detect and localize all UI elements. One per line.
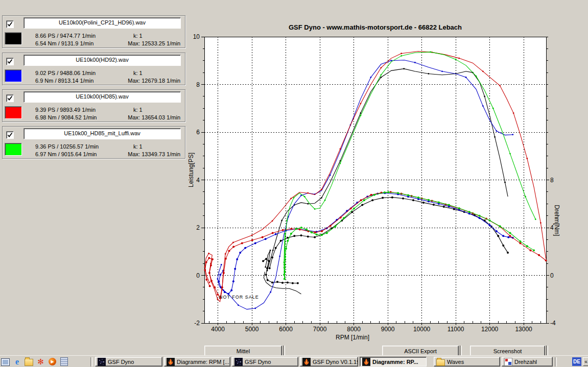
data-point-marker (275, 247, 277, 249)
data-point-marker (519, 240, 521, 242)
folder-icon[interactable] (25, 357, 33, 366)
show-desktop-icon[interactable] (1, 357, 10, 366)
data-point-marker (402, 198, 404, 200)
x-axis-label: RPM [1/min] (336, 334, 369, 341)
data-point-marker (360, 103, 362, 105)
y-axis-label-right: Drehm[Nm] (553, 205, 560, 236)
footer-separator (546, 346, 548, 356)
data-point-marker (533, 249, 535, 251)
data-point-marker (401, 53, 402, 54)
data-point-marker (254, 242, 256, 244)
mittel-button[interactable]: Mittel (204, 346, 282, 356)
data-point-marker (272, 232, 274, 234)
data-point-marker (340, 160, 341, 162)
taskbar-button[interactable]: Diagramme: RP... (360, 357, 427, 366)
svg-text:0: 0 (550, 272, 554, 279)
media-player-icon[interactable]: ▶ (48, 357, 57, 366)
data-point-marker (265, 266, 266, 268)
data-point-marker (526, 158, 528, 159)
data-point-marker (251, 239, 253, 241)
data-point-marker (209, 282, 210, 283)
data-point-marker (458, 207, 460, 209)
data-point-marker (217, 293, 219, 296)
svg-text:4: 4 (196, 177, 200, 184)
data-point-marker (496, 230, 498, 232)
data-point-marker (370, 194, 372, 196)
data-point-marker (380, 74, 382, 76)
data-point-marker (210, 264, 212, 266)
data-point-marker (305, 229, 308, 231)
taskbar: e✻▶ GSF DynoDiagramme: RPM [...GSF DynoG… (0, 355, 588, 367)
data-point-marker (384, 191, 386, 193)
data-point-marker (228, 250, 230, 252)
data-point-marker (218, 280, 220, 282)
svg-text:12000: 12000 (481, 326, 499, 333)
data-point-marker (509, 235, 511, 237)
data-point-marker (324, 200, 326, 201)
data-point-marker (387, 191, 389, 193)
data-point-marker (204, 269, 206, 271)
taskbar-button-label: Diagramme: RP... (372, 359, 418, 365)
data-point-marker (545, 259, 547, 261)
data-point-marker (489, 219, 491, 222)
data-point-marker (401, 55, 402, 57)
data-point-marker (279, 256, 280, 257)
dyno-plot: 4000500060007000800090001000011000120001… (0, 0, 588, 367)
data-point-marker (284, 259, 286, 261)
data-point-marker (234, 268, 236, 270)
data-point-marker (314, 236, 316, 238)
data-point-marker (370, 77, 371, 78)
data-point-marker (210, 280, 213, 282)
data-point-marker (297, 282, 299, 284)
winamp-icon[interactable]: ✻ (36, 357, 45, 366)
data-point-marker (254, 308, 256, 309)
notes-icon[interactable] (60, 357, 68, 366)
data-point-marker (284, 250, 286, 251)
drehzahl-icon (504, 358, 512, 366)
gsf-dyno-icon (234, 358, 243, 366)
svg-text:4000: 4000 (211, 326, 225, 333)
data-point-marker (494, 136, 496, 138)
ascii-export-button[interactable]: ASCII Export (382, 346, 459, 356)
data-point-marker (232, 246, 234, 248)
data-point-marker (271, 256, 273, 258)
screenshot-button[interactable]: Screenshot (470, 346, 545, 356)
data-point-marker (292, 282, 294, 284)
taskbar-button[interactable]: GSF Dyno V0.1.19 (300, 357, 358, 366)
internet-explorer-icon[interactable]: e (13, 357, 21, 366)
tray-chevron-button[interactable]: « (583, 357, 588, 366)
data-point-marker (465, 77, 467, 78)
footer-separator (283, 346, 285, 356)
taskbar-button[interactable]: Waves (434, 357, 500, 366)
data-point-marker (441, 70, 443, 72)
data-point-marker (438, 201, 440, 203)
data-point-marker (307, 203, 309, 205)
data-point-marker (535, 218, 536, 220)
taskbar-button[interactable]: GSF Dyno (232, 357, 298, 366)
taskbar-button-label: Waves (447, 359, 464, 365)
data-point-marker (211, 258, 214, 260)
svg-text:10: 10 (193, 33, 200, 40)
data-point-marker (265, 274, 267, 276)
taskbar-button-label: GSF Dyno (108, 359, 134, 365)
svg-text:8: 8 (550, 177, 554, 184)
taskbar-button-label: Drehzahl (514, 359, 537, 365)
data-point-marker (380, 67, 382, 68)
data-point-marker (353, 208, 355, 210)
flame-icon (167, 358, 175, 366)
data-point-marker (430, 52, 431, 53)
data-point-marker (232, 280, 234, 282)
language-indicator[interactable]: DE (572, 357, 581, 366)
data-point-marker (287, 240, 289, 242)
taskbar-button[interactable]: Drehzahl (502, 357, 553, 366)
taskbar-button[interactable]: GSF Dyno (95, 357, 162, 366)
data-point-marker (293, 197, 294, 199)
svg-text:-2: -2 (194, 320, 200, 327)
data-point-marker (363, 199, 365, 201)
data-point-marker (380, 77, 382, 78)
data-point-marker (382, 197, 384, 199)
taskbar-button[interactable]: Diagramme: RPM [... (164, 357, 230, 366)
data-point-marker (428, 73, 430, 75)
data-point-marker (343, 217, 345, 219)
data-point-marker (526, 245, 528, 247)
